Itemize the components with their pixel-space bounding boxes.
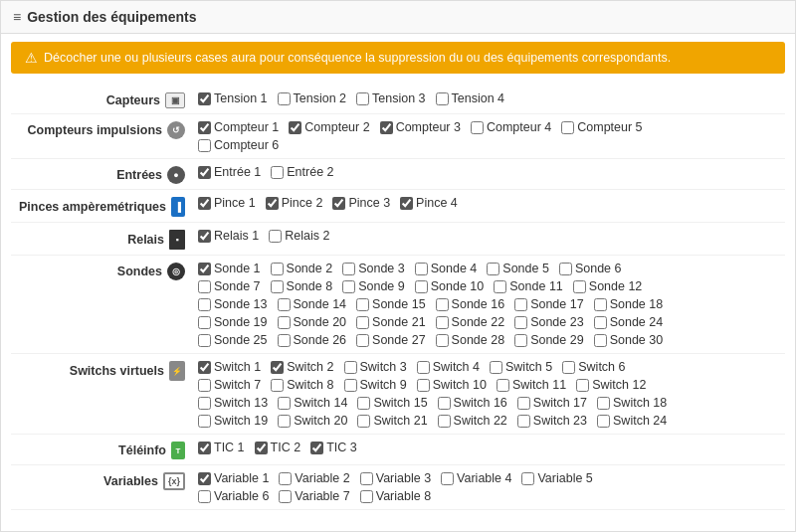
checkbox-switchs-23[interactable] <box>597 415 610 428</box>
checkbox-switchs-13[interactable] <box>278 397 291 410</box>
checkbox-switchs-2[interactable] <box>344 361 357 374</box>
list-item: Sonde 2 <box>268 261 336 276</box>
list-item: Switch 19 <box>195 413 271 429</box>
checkbox-sondes-10[interactable] <box>494 280 506 293</box>
checkbox-switchs-5[interactable] <box>562 361 575 374</box>
checkbox-sondes-5[interactable] <box>559 263 572 275</box>
checkbox-sondes-19[interactable] <box>278 316 291 329</box>
checkbox-switchs-9[interactable] <box>417 379 430 392</box>
checkbox-sondes-9[interactable] <box>415 280 428 293</box>
checkbox-pinces-2[interactable] <box>332 197 345 210</box>
checkbox-sondes-12[interactable] <box>198 298 211 311</box>
checkbox-switchs-12[interactable] <box>198 397 211 410</box>
checkbox-switchs-11[interactable] <box>576 379 589 392</box>
checkbox-variables-5[interactable] <box>198 490 211 503</box>
checkbox-sondes-6[interactable] <box>198 280 211 293</box>
checkbox-variables-1[interactable] <box>279 472 292 485</box>
items-capteurs: Tension 1 Tension 2 Tension 3 Tension 4 <box>195 90 785 106</box>
checkbox-capteurs-1[interactable] <box>278 92 291 105</box>
checkbox-pinces-0[interactable] <box>198 197 211 210</box>
checkbox-sondes-13[interactable] <box>278 298 291 311</box>
checkbox-sondes-25[interactable] <box>278 334 291 347</box>
checkbox-variables-3[interactable] <box>441 472 454 485</box>
checkbox-switchs-0[interactable] <box>198 361 211 374</box>
checkbox-variables-2[interactable] <box>360 472 373 485</box>
checkbox-sondes-28[interactable] <box>514 334 527 347</box>
row-relais: Relais▪ Relais 1 Relais 2 <box>11 223 785 256</box>
checkbox-sondes-0[interactable] <box>198 263 211 275</box>
checkbox-sondes-7[interactable] <box>271 280 284 293</box>
checkbox-sondes-11[interactable] <box>573 280 586 293</box>
warning-text: Décocher une ou plusieurs cases aura pou… <box>44 51 671 65</box>
checkbox-sondes-8[interactable] <box>342 280 355 293</box>
checkbox-relais-1[interactable] <box>269 230 282 243</box>
checkbox-switchs-17[interactable] <box>597 397 610 410</box>
checkbox-sondes-20[interactable] <box>356 316 369 329</box>
checkbox-sondes-1[interactable] <box>271 263 284 275</box>
checkbox-compteurs-1[interactable] <box>289 121 301 134</box>
checkbox-switchs-7[interactable] <box>271 379 284 392</box>
checkbox-sondes-21[interactable] <box>436 316 449 329</box>
list-item: Switch 12 <box>573 377 649 393</box>
item-label: Variable 7 <box>295 489 349 503</box>
checkbox-variables-6[interactable] <box>279 490 292 503</box>
checkbox-variables-4[interactable] <box>521 472 534 485</box>
checkbox-pinces-1[interactable] <box>266 197 279 210</box>
checkbox-compteurs-0[interactable] <box>198 121 211 134</box>
checkbox-entrees-0[interactable] <box>198 166 211 179</box>
checkbox-switchs-8[interactable] <box>344 379 357 392</box>
checkbox-sondes-18[interactable] <box>198 316 211 329</box>
checkbox-switchs-10[interactable] <box>497 379 509 392</box>
checkbox-switchs-1[interactable] <box>271 361 284 374</box>
checkbox-sondes-2[interactable] <box>342 263 355 275</box>
checkbox-compteurs-3[interactable] <box>471 121 484 134</box>
checkbox-sondes-29[interactable] <box>594 334 607 347</box>
checkbox-sondes-14[interactable] <box>356 298 369 311</box>
checkbox-switchs-22[interactable] <box>517 415 530 428</box>
item-label: Sonde 21 <box>372 315 426 329</box>
checkbox-switchs-14[interactable] <box>357 397 370 410</box>
checkbox-switchs-21[interactable] <box>438 415 451 428</box>
checkbox-teleinfo-1[interactable] <box>255 442 268 454</box>
list-item: Switch 13 <box>195 395 271 411</box>
list-item: Switch 24 <box>594 413 670 429</box>
checkbox-teleinfo-2[interactable] <box>310 442 323 454</box>
checkbox-sondes-3[interactable] <box>415 263 428 275</box>
checkbox-capteurs-2[interactable] <box>356 92 369 105</box>
checkbox-sondes-26[interactable] <box>356 334 369 347</box>
checkbox-teleinfo-0[interactable] <box>198 442 211 454</box>
checkbox-entrees-1[interactable] <box>271 166 284 179</box>
checkbox-relais-0[interactable] <box>198 230 211 243</box>
list-item: Sonde 27 <box>353 332 429 348</box>
checkbox-sondes-17[interactable] <box>594 298 607 311</box>
checkbox-switchs-15[interactable] <box>438 397 451 410</box>
checkbox-sondes-24[interactable] <box>198 334 211 347</box>
item-label: Switch 9 <box>360 378 407 392</box>
checkbox-switchs-4[interactable] <box>490 361 502 374</box>
checkbox-sondes-23[interactable] <box>594 316 607 329</box>
checkbox-switchs-6[interactable] <box>198 379 211 392</box>
checkbox-switchs-20[interactable] <box>357 415 370 428</box>
checkbox-capteurs-0[interactable] <box>198 92 211 105</box>
checkbox-compteurs-5[interactable] <box>198 139 211 152</box>
item-row: Compteur 6 <box>195 137 785 153</box>
checkbox-compteurs-4[interactable] <box>561 121 574 134</box>
checkbox-capteurs-3[interactable] <box>436 92 449 105</box>
list-item: Sonde 26 <box>275 332 350 348</box>
checkbox-pinces-3[interactable] <box>400 197 413 210</box>
checkbox-sondes-16[interactable] <box>514 298 527 311</box>
checkbox-variables-7[interactable] <box>360 490 373 503</box>
checkbox-sondes-22[interactable] <box>514 316 527 329</box>
checkbox-switchs-19[interactable] <box>278 415 291 428</box>
checkbox-sondes-27[interactable] <box>436 334 449 347</box>
item-label: Sonde 16 <box>452 297 505 311</box>
list-item: Switch 17 <box>514 395 590 411</box>
checkbox-switchs-3[interactable] <box>417 361 430 374</box>
checkbox-switchs-16[interactable] <box>517 397 530 410</box>
checkbox-sondes-15[interactable] <box>436 298 449 311</box>
item-label: Switch 21 <box>373 414 427 428</box>
checkbox-variables-0[interactable] <box>198 472 211 485</box>
checkbox-sondes-4[interactable] <box>487 263 499 275</box>
checkbox-switchs-18[interactable] <box>198 415 211 428</box>
checkbox-compteurs-2[interactable] <box>380 121 393 134</box>
